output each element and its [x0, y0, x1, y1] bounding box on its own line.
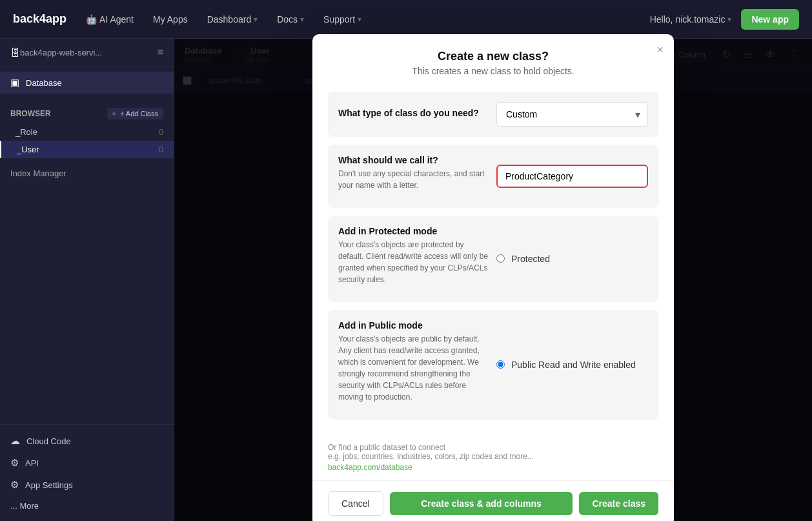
protected-mode-radio[interactable]: [496, 254, 505, 263]
modal-overlay: Create a new class? This creates a new c…: [174, 39, 812, 521]
class-name-input-wrapper: [496, 165, 648, 188]
class-type-select[interactable]: Custom User Role Session: [496, 102, 648, 127]
class-name-input[interactable]: [496, 165, 648, 188]
protected-mode-radio-text: Protected: [511, 254, 550, 264]
public-mode-radio-text: Public Read and Write enabled: [511, 360, 636, 370]
public-mode-radio-label[interactable]: Public Read and Write enabled: [496, 360, 648, 370]
create-class-modal: Create a new class? This creates a new c…: [312, 34, 674, 522]
topnav-right: Hello, nick.tomazic ▾ New app: [650, 9, 799, 30]
sidebar-app-name: back4app-web-servi...: [20, 48, 157, 57]
protected-mode-desc: Your class's objects are protected by de…: [338, 239, 490, 285]
ai-agent-icon: 🤖: [86, 14, 97, 25]
database-icon: ▣: [10, 77, 19, 88]
sidebar-main-nav: ▣ Database: [0, 66, 174, 99]
sidebar-class-role[interactable]: _Role 0: [0, 123, 174, 141]
sidebar-index-manager[interactable]: Index Manager: [0, 163, 174, 183]
protected-mode-radio-wrapper: Protected: [496, 254, 648, 264]
class-type-section: What type of class do you need? Custom U…: [328, 92, 658, 137]
sidebar-item-database[interactable]: ▣ Database: [0, 72, 174, 94]
docs-chevron-icon: ▾: [300, 15, 304, 24]
class-type-input-wrapper: Custom User Role Session ▾: [496, 102, 648, 127]
add-class-icon: +: [112, 110, 116, 117]
sidebar-expand-icon[interactable]: ≡: [157, 46, 163, 58]
sidebar: 🗄 back4app-web-servi... ≡ ▣ Database Bro…: [0, 39, 174, 521]
cloud-icon: ☁: [10, 435, 20, 447]
class-type-label: What type of class do you need?: [338, 108, 490, 121]
protected-mode-row: Add in Protected mode Your class's objec…: [338, 226, 648, 292]
settings-icon: ⚙: [10, 479, 19, 491]
modal-close-button[interactable]: ×: [656, 43, 664, 57]
class-name-section: What should we call it? Don't use any sp…: [328, 145, 658, 208]
protected-mode-title: Add in Protected mode: [338, 226, 490, 236]
support-chevron-icon: ▾: [358, 15, 361, 24]
sidebar-bottom-nav: ☁ Cloud Code ⚙ API ⚙ App Settings ... Mo…: [0, 424, 174, 521]
sidebar-browser-section: Browser + + Add Class _Role 0 _User 0: [0, 99, 174, 163]
modal-header: Create a new class? This creates a new c…: [312, 34, 674, 81]
logo: back4app: [13, 12, 66, 26]
modal-body: What type of class do you need? Custom U…: [312, 81, 674, 438]
sidebar-class-user[interactable]: _User 0: [0, 141, 174, 158]
ai-agent-link[interactable]: 🤖 AI Agent: [86, 14, 134, 25]
public-mode-radio-wrapper: Public Read and Write enabled: [496, 360, 648, 370]
dashboard-chevron-icon: ▾: [254, 15, 258, 24]
new-app-button[interactable]: New app: [741, 9, 799, 30]
content-area: Database Browser › _User All data ☰ Row …: [174, 39, 812, 521]
sidebar-item-api[interactable]: ⚙ API: [0, 452, 174, 474]
cancel-button[interactable]: Cancel: [328, 491, 383, 516]
footer-info-example: e.g. jobs, countries, industries, colors…: [328, 452, 658, 461]
support-link[interactable]: Support ▾: [323, 14, 361, 25]
create-class-add-columns-button[interactable]: Create class & add columns: [390, 492, 573, 515]
public-mode-title: Add in Public mode: [338, 320, 490, 331]
sidebar-app-header: 🗄 back4app-web-servi... ≡: [0, 39, 174, 66]
topnav: back4app 🤖 AI Agent My Apps Dashboard ▾ …: [0, 0, 812, 39]
public-mode-section: Add in Public mode Your class's objects …: [328, 310, 658, 420]
add-class-button[interactable]: + + Add Class: [107, 108, 163, 119]
modal-footer: Cancel Create class & add columns Create…: [312, 480, 674, 522]
user-chevron-icon: ▾: [727, 15, 731, 24]
protected-mode-section: Add in Protected mode Your class's objec…: [328, 216, 658, 302]
public-mode-desc: Your class's objects are public by defau…: [338, 333, 490, 403]
class-name-desc: Don't use any special characters, and st…: [338, 168, 490, 191]
class-name-row: What should we call it? Don't use any sp…: [338, 155, 648, 198]
main-layout: 🗄 back4app-web-servi... ≡ ▣ Database Bro…: [0, 39, 812, 521]
sidebar-browser-label: Browser: [10, 109, 51, 118]
modal-footer-info: Or find a public dataset to connect e.g.…: [312, 438, 674, 480]
sidebar-item-cloudcode[interactable]: ☁ Cloud Code: [0, 430, 174, 452]
my-apps-link[interactable]: My Apps: [153, 14, 188, 25]
database-small-icon: 🗄: [10, 47, 20, 58]
class-name-label-col: What should we call it? Don't use any sp…: [338, 155, 490, 198]
sidebar-browser-header: Browser + + Add Class: [0, 104, 174, 123]
public-mode-row: Add in Public mode Your class's objects …: [338, 320, 648, 409]
protected-mode-label-col: Add in Protected mode Your class's objec…: [338, 226, 490, 292]
footer-info-text: Or find a public dataset to connect: [328, 443, 658, 452]
class-type-row: What type of class do you need? Custom U…: [338, 102, 648, 127]
docs-link[interactable]: Docs ▾: [277, 14, 304, 25]
sidebar-item-appsettings[interactable]: ⚙ App Settings: [0, 474, 174, 496]
api-icon: ⚙: [10, 457, 19, 469]
modal-subtitle: This creates a new class to hold objects…: [328, 66, 658, 76]
public-mode-label-col: Add in Public mode Your class's objects …: [338, 320, 490, 409]
nav-links: 🤖 AI Agent My Apps Dashboard ▾ Docs ▾ Su…: [86, 14, 650, 25]
class-name-question: What should we call it?: [338, 155, 490, 165]
class-type-question: What type of class do you need?: [338, 108, 490, 118]
sidebar-item-more[interactable]: ... More: [0, 496, 174, 516]
user-menu[interactable]: Hello, nick.tomazic ▾: [650, 14, 732, 25]
dashboard-link[interactable]: Dashboard ▾: [207, 14, 258, 25]
public-mode-radio[interactable]: [496, 360, 505, 369]
modal-title: Create a new class?: [328, 50, 658, 63]
protected-mode-radio-label[interactable]: Protected: [496, 254, 648, 264]
footer-database-link[interactable]: back4app.com/database: [328, 463, 412, 472]
create-class-button[interactable]: Create class: [579, 492, 658, 515]
